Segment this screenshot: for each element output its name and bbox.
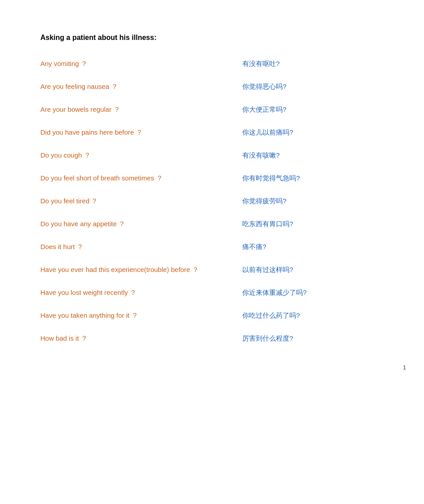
english-phrase: How bad is it ？ [40, 334, 233, 343]
chinese-translation: 有没有呕吐? [242, 60, 280, 68]
english-phrase: Do you feel tired ？ [40, 197, 233, 206]
qa-list: Any vomiting ？有没有呕吐?Are you feeling naus… [40, 60, 384, 343]
english-phrase: Have you taken anything for it ？ [40, 311, 233, 320]
chinese-translation: 你觉得恶心吗? [242, 83, 286, 91]
qa-item: Have you ever had this experience(troubl… [40, 266, 384, 274]
chinese-translation: 厉害到什么程度? [242, 334, 293, 343]
english-phrase: Does it hurt ？ [40, 243, 233, 251]
page-container: Asking a patient about his illness: Any … [0, 0, 424, 384]
qa-item: Have you lost weight recently ？你近来体重减少了吗… [40, 289, 384, 297]
english-phrase: Did you have pains here before ？ [40, 128, 233, 137]
qa-item: Do you have any appetite ？吃东西有胃口吗? [40, 220, 384, 228]
qa-item: Do you cough ？有没有咳嗽? [40, 151, 384, 160]
qa-item: Have you taken anything for it ？你吃过什么药了吗… [40, 311, 384, 320]
chinese-translation: 你这儿以前痛吗? [242, 128, 293, 137]
qa-item: How bad is it ？厉害到什么程度? [40, 334, 384, 343]
qa-item: Do you feel tired ？你觉得疲劳吗? [40, 197, 384, 206]
chinese-translation: 你近来体重减少了吗? [242, 289, 306, 297]
qa-item: Are you feeling nausea ？你觉得恶心吗? [40, 83, 384, 91]
chinese-translation: 你吃过什么药了吗? [242, 311, 300, 320]
qa-item: Does it hurt ？痛不痛? [40, 243, 384, 251]
english-phrase: Do you feel short of breath sometimes ？ [40, 174, 233, 183]
qa-item: Do you feel short of breath sometimes ？你… [40, 174, 384, 183]
english-phrase: Do you have any appetite ？ [40, 220, 233, 228]
english-phrase: Are your bowels regular ？ [40, 105, 233, 114]
english-phrase: Any vomiting ？ [40, 60, 233, 68]
chinese-translation: 你有时觉得气急吗? [242, 174, 300, 183]
qa-item: Are your bowels regular ？你大便正常吗? [40, 105, 384, 114]
chinese-translation: 你觉得疲劳吗? [242, 197, 286, 206]
qa-item: Any vomiting ？有没有呕吐? [40, 60, 384, 68]
chinese-translation: 以前有过这样吗? [242, 266, 293, 274]
page-title: Asking a patient about his illness: [40, 34, 384, 42]
chinese-translation: 有没有咳嗽? [242, 151, 280, 160]
chinese-translation: 吃东西有胃口吗? [242, 220, 293, 228]
english-phrase: Have you ever had this experience(troubl… [40, 266, 233, 274]
english-phrase: Are you feeling nausea ？ [40, 83, 233, 91]
english-phrase: Do you cough ？ [40, 151, 233, 160]
page-number: 1 [403, 364, 406, 371]
chinese-translation: 你大便正常吗? [242, 105, 286, 114]
english-phrase: Have you lost weight recently ？ [40, 289, 233, 297]
chinese-translation: 痛不痛? [242, 243, 266, 251]
qa-item: Did you have pains here before ？你这儿以前痛吗? [40, 128, 384, 137]
